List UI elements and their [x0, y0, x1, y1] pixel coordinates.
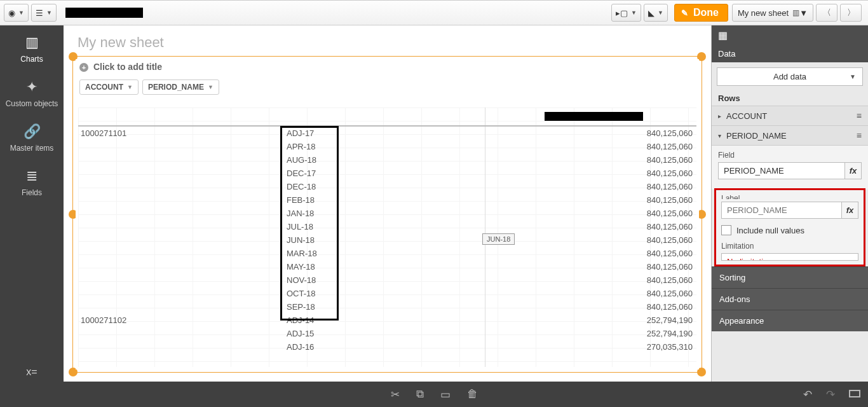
table-row[interactable]: 1000271102ADJ-14252,794,190: [78, 314, 696, 327]
copy-button[interactable]: ⧉: [416, 388, 424, 401]
limitation-select[interactable]: No limitation: [721, 253, 858, 261]
add-data-button[interactable]: Add data ▼: [717, 67, 863, 86]
cell-value: 840,125,060: [597, 182, 693, 191]
table-row[interactable]: MAY-18840,125,060: [78, 260, 696, 273]
fullscreen-icon: [849, 390, 860, 397]
story-button[interactable]: ▸▢▼: [611, 4, 641, 22]
asset-tab-custom-objects[interactable]: ✦ Custom objects: [0, 70, 64, 114]
asset-tab-label: Charts: [20, 55, 43, 64]
asset-tab-charts[interactable]: ▥ Charts: [0, 25, 64, 70]
cell-value: 840,125,060: [597, 222, 693, 231]
props-section-data[interactable]: Data: [712, 45, 868, 62]
cell-value: 840,125,060: [597, 209, 693, 218]
nav-compass-button[interactable]: ◉▼: [4, 4, 29, 22]
table-row[interactable]: MAR-18840,125,060: [78, 247, 696, 260]
cell-period: DEC-18: [287, 182, 337, 191]
row-item-period-name[interactable]: ▾ PERIOD_NAME ≡: [712, 126, 868, 146]
next-sheet-button[interactable]: 〉: [840, 4, 862, 22]
asset-tab-fields[interactable]: ≣ Fields: [0, 159, 64, 204]
fx-icon: fx: [846, 205, 854, 215]
list-view-button[interactable]: ☰▼: [31, 4, 57, 22]
table-row[interactable]: ADJ-15252,794,190: [78, 327, 696, 340]
object-type-icon: ▦: [712, 25, 868, 45]
properties-panel: ▦ Data Add data ▼ Rows ▸ ACCOUNT ≡ ▾ PER…: [711, 25, 868, 382]
table-row[interactable]: JUL-18840,125,060: [78, 220, 696, 233]
row-item-account[interactable]: ▸ ACCOUNT ≡: [712, 106, 868, 126]
cell-period: SEP-18: [287, 302, 337, 312]
table-row[interactable]: NOV-18840,125,060: [78, 273, 696, 287]
redo-button[interactable]: ↷: [826, 388, 835, 401]
limitation-label: Limitation: [721, 242, 858, 251]
expression-button[interactable]: fx: [842, 202, 858, 219]
cell-value: 840,125,060: [597, 195, 693, 205]
cell-account: 1000271102: [81, 315, 208, 325]
table-row[interactable]: DEC-17840,125,060: [78, 167, 696, 180]
table-row[interactable]: APR-18840,125,060: [78, 140, 696, 153]
include-null-checkbox[interactable]: Include null values: [721, 225, 858, 235]
scissors-icon: ✂: [391, 389, 400, 401]
done-button[interactable]: ✎ Done: [674, 4, 728, 22]
cell-value: 840,125,060: [597, 249, 693, 258]
table-row[interactable]: DEC-18840,125,060: [78, 180, 696, 193]
asset-tab-master-items[interactable]: 🔗 Master items: [0, 114, 64, 159]
asset-tab-label: Custom objects: [6, 99, 58, 108]
asset-panel: ▥ Charts ✦ Custom objects 🔗 Master items…: [0, 25, 64, 382]
table-row[interactable]: 1000271101ADJ-17840,125,060: [78, 127, 696, 140]
chart-title-placeholder[interactable]: + Click to add title: [76, 59, 699, 74]
chevron-down-icon: ▼: [46, 10, 52, 16]
cell-value: 840,125,060: [597, 262, 693, 272]
database-icon: ≣: [0, 168, 64, 184]
chevron-down-icon: ▼: [658, 10, 663, 16]
rows-header: Rows: [712, 91, 868, 106]
label-input[interactable]: [721, 202, 842, 219]
table-row[interactable]: JAN-18840,125,060: [78, 207, 696, 220]
dimension-pill-account[interactable]: ACCOUNT▼: [79, 79, 139, 95]
cell-value: 840,125,060: [597, 289, 693, 298]
compass-icon: ◉: [8, 8, 15, 18]
props-section-appearance[interactable]: Appearance: [712, 310, 868, 331]
fullscreen-button[interactable]: [849, 388, 860, 401]
pivot-table-object[interactable]: + Click to add title ACCOUNT▼ PERIOD_NAM…: [72, 56, 702, 373]
menu-icon[interactable]: ≡: [857, 130, 862, 141]
table-row[interactable]: ADJ-16270,035,310: [78, 340, 696, 354]
table-row[interactable]: JUN-18840,125,060: [78, 233, 696, 247]
cell-value: 252,794,190: [597, 315, 693, 325]
table-row[interactable]: FEB-18840,125,060: [78, 193, 696, 207]
redo-icon: ↷: [826, 389, 835, 401]
asset-tab-label: Master items: [10, 144, 54, 153]
cell-period: ADJ-15: [287, 329, 337, 338]
chevron-down-icon: ▼: [127, 84, 133, 90]
pivot-table: 1000271101ADJ-17840,125,060APR-18840,125…: [78, 107, 696, 367]
menu-icon[interactable]: ≡: [857, 111, 862, 121]
table-row[interactable]: OCT-18840,125,060: [78, 287, 696, 300]
cell-value: 840,125,060: [597, 142, 693, 151]
paste-button[interactable]: ▭: [440, 388, 451, 401]
table-header: [78, 107, 696, 127]
hover-tooltip: JUN-18: [482, 233, 515, 245]
bookmark-button[interactable]: ◣▼: [644, 4, 668, 22]
label-label: Label: [721, 194, 858, 199]
variables-button[interactable]: x=: [0, 366, 64, 378]
expression-button[interactable]: fx: [845, 162, 862, 179]
cell-period: JUN-18: [287, 235, 337, 245]
table-row[interactable]: AUG-18840,125,060: [78, 153, 696, 167]
cell-period: AUG-18: [287, 155, 337, 165]
sheet-canvas: My new sheet + Click to add title ACCOUN…: [64, 25, 711, 382]
props-section-sorting[interactable]: Sorting: [712, 266, 868, 288]
table-row[interactable]: SEP-18840,125,060: [78, 300, 696, 314]
props-section-addons[interactable]: Add-ons: [712, 288, 868, 310]
done-label: Done: [693, 7, 719, 18]
sheet-title[interactable]: My new sheet: [64, 25, 711, 57]
undo-button[interactable]: ↶: [803, 388, 812, 401]
prev-sheet-button[interactable]: 〈: [816, 4, 837, 22]
dimension-pill-period-name[interactable]: PERIOD_NAME▼: [142, 79, 219, 95]
sheet-selector[interactable]: My new sheet ▥ ▼: [732, 4, 813, 22]
field-input[interactable]: PERIOD_NAME: [718, 162, 845, 179]
cell-period: APR-18: [287, 142, 337, 151]
chevron-left-icon: 〈: [823, 7, 831, 18]
cell-period: JAN-18: [287, 209, 337, 218]
barchart-icon: ▥: [0, 34, 64, 51]
delete-button[interactable]: 🗑: [467, 388, 478, 401]
cut-button[interactable]: ✂: [391, 388, 400, 401]
cell-value: 840,125,060: [597, 169, 693, 178]
